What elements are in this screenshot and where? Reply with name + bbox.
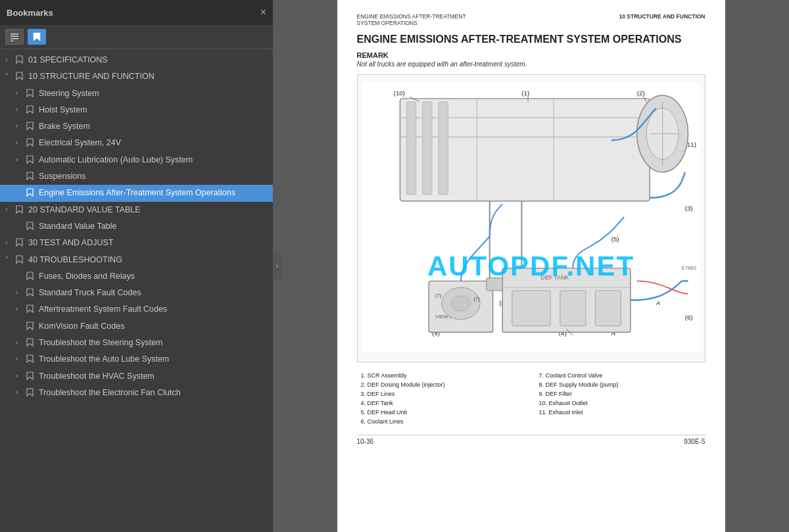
bookmark-icon-40-trouble — [16, 255, 25, 266]
bookmark-icon-40-ts-steering — [26, 338, 36, 349]
bookmark-icon-40-stdtruck — [26, 288, 36, 299]
bookmark-icon — [33, 32, 41, 41]
svg-rect-34 — [512, 291, 550, 326]
svg-text:(6): (6) — [684, 314, 692, 321]
close-button[interactable]: × — [260, 7, 266, 18]
tree-arrow-10-elec: › — [16, 138, 25, 147]
bookmark-view-button[interactable] — [28, 29, 46, 45]
sidebar-label-10-autolube: Automatic Lubrication (Auto Lube) System — [39, 155, 269, 165]
bookmark-icon-20-std-table — [26, 222, 36, 232]
tree-arrow-10-autolube: › — [16, 155, 25, 164]
expand-list-button[interactable] — [5, 29, 24, 45]
sidebar-item-10-brake[interactable]: ›Brake System — [0, 118, 273, 135]
sidebar-label-20-std: 20 STANDARD VALUE TABLE — [28, 205, 269, 215]
svg-rect-2 — [11, 38, 18, 39]
sidebar-item-40-ts-efan[interactable]: ›Troubleshoot the Electronic Fan Clutch — [0, 385, 273, 401]
svg-rect-3 — [11, 41, 13, 42]
svg-rect-36 — [595, 291, 621, 326]
sidebar-label-40-komvision: KomVision Fault Codes — [39, 321, 269, 331]
footer-left: 10-36 — [357, 438, 374, 445]
sidebar-label-01-specs: 01 SPECIFICATIONS — [28, 55, 269, 65]
legend-table: 1. SCR Assembly7. Coolant Control Valve2… — [357, 370, 705, 427]
tree-arrow-40-ts-efan: › — [16, 388, 25, 397]
tree-arrow-40-ts-autolube: › — [16, 354, 25, 363]
legend-row: 5. DEF Head Unit11. Exhaust Inlet — [358, 408, 704, 416]
bookmark-icon-01-specs — [16, 55, 25, 66]
sidebar-label-40-ts-hvac: Troubleshoot the HVAC System — [39, 371, 269, 381]
sidebar-label-40-ts-efan: Troubleshoot the Electronic Fan Clutch — [39, 387, 269, 398]
tree-arrow-01-specs: › — [5, 55, 14, 64]
sidebar-item-40-ts-steering[interactable]: ›Troubleshoot the Steering System — [0, 335, 273, 351]
collapse-sidebar-button[interactable]: ‹ — [273, 253, 282, 279]
legend-row: 1. SCR Assembly7. Coolant Control Valve — [358, 372, 704, 379]
sidebar-item-40-trouble[interactable]: ˅40 TROUBLESHOOTING — [0, 252, 273, 268]
sidebar-item-40-fuses[interactable]: Fuses, Diodes and Relays — [0, 268, 273, 285]
sidebar-item-10-elec[interactable]: ›Electrical System, 24V — [0, 135, 273, 151]
tree-arrow-30-test: › — [5, 238, 14, 247]
bookmark-icon-40-komvision — [26, 322, 36, 332]
sidebar-item-40-komvision[interactable]: KomVision Fault Codes — [0, 318, 273, 335]
svg-text:A: A — [655, 299, 659, 306]
tree-arrow-40-ts-steering: › — [16, 338, 25, 347]
sidebar-item-10-steering[interactable]: ›Steering System — [0, 85, 273, 102]
sidebar-label-40-trouble: 40 TROUBLESHOOTING — [28, 254, 269, 265]
sidebar-item-40-stdtruck[interactable]: ›Standard Truck Fault Codes — [0, 285, 273, 301]
sidebar-label-20-std-table: Standard Value Table — [39, 221, 269, 231]
svg-text:(2): (2) — [636, 89, 644, 97]
sidebar-title: Bookmarks — [7, 8, 53, 18]
sidebar-item-20-std-table[interactable]: Standard Value Table — [0, 218, 273, 235]
sidebar-item-10-suspensions[interactable]: Suspensions — [0, 168, 273, 185]
bookmark-icon-20-std — [16, 205, 25, 216]
footer-right: 930E-5 — [684, 438, 705, 445]
sidebar: Bookmarks × ›01 SPECIFICATIONS˅10 STRUCT… — [0, 0, 273, 532]
sidebar-label-40-aftertreat: Aftertreatment System Fault Codes — [39, 304, 269, 314]
svg-text:(5): (5) — [611, 235, 619, 243]
legend-row: 4. DEF Tank10. Exhaust Outlet — [358, 399, 704, 407]
sidebar-label-40-ts-steering: Troubleshoot the Steering System — [39, 337, 269, 348]
sidebar-label-30-test: 30 TEST AND ADJUST — [28, 237, 269, 248]
bookmark-icon-10-engine-emit — [26, 188, 36, 199]
legend-row: 2. DEF Dosing Module (injector)8. DEF Su… — [358, 381, 704, 389]
svg-text:(3): (3) — [684, 205, 692, 212]
bookmark-icon-10-hoist — [26, 105, 36, 116]
sidebar-item-01-specs[interactable]: ›01 SPECIFICATIONS — [0, 52, 273, 68]
sidebar-item-40-ts-autolube[interactable]: ›Troubleshoot the Auto Lube System — [0, 351, 273, 368]
sidebar-item-10-engine-emit[interactable]: Engine Emissions After-Treatment System … — [0, 185, 273, 201]
sidebar-item-40-ts-hvac[interactable]: ›Troubleshoot the HVAC System — [0, 368, 273, 385]
sidebar-item-40-aftertreat[interactable]: ›Aftertreatment System Fault Codes — [0, 301, 273, 318]
svg-text:(1): (1) — [521, 89, 529, 97]
sidebar-tree[interactable]: ›01 SPECIFICATIONS˅10 STRUCTURE AND FUNC… — [0, 49, 273, 532]
sidebar-label-10-steering: Steering System — [39, 88, 269, 99]
sidebar-item-30-test[interactable]: ›30 TEST AND ADJUST — [0, 235, 273, 251]
remark-label: REMARK — [357, 51, 705, 59]
sidebar-toolbar — [0, 25, 273, 49]
bookmark-icon-10-suspensions — [26, 172, 36, 182]
bookmark-icon-40-ts-hvac — [26, 372, 36, 382]
sidebar-item-20-std[interactable]: ›20 STANDARD VALUE TABLE — [0, 202, 273, 218]
tree-arrow-10-struct: ˅ — [5, 72, 14, 80]
sidebar-item-10-struct[interactable]: ˅10 STRUCTURE AND FUNCTION — [0, 68, 273, 85]
svg-rect-35 — [560, 291, 585, 326]
page-title: ENGINE EMISSIONS AFTER-TREATMENT SYSTEM … — [357, 33, 705, 46]
tree-arrow-40-ts-hvac: › — [16, 372, 25, 380]
bookmark-icon-10-brake — [26, 122, 36, 132]
bookmark-icon-40-fuses — [26, 272, 36, 282]
sidebar-item-10-autolube[interactable]: ›Automatic Lubrication (Auto Lube) Syste… — [0, 152, 273, 168]
svg-point-40 — [451, 296, 470, 311]
engine-diagram: (10) (1) (2) (11) (3) (5) (6) A (4) (8) — [362, 79, 701, 355]
main-content: AUTOPDF.NET ENGINE EMISSIONS AFTER-TREAT… — [273, 0, 789, 532]
sidebar-item-10-hoist[interactable]: ›Hoist System — [0, 102, 273, 118]
sidebar-label-10-brake: Brake System — [39, 121, 269, 132]
header-left: ENGINE EMISSIONS AFTER-TREATMENTSYSTEM O… — [357, 13, 466, 26]
header-right: 10 STRUCTURE AND FUNCTION — [619, 13, 705, 26]
sidebar-label-40-fuses: Fuses, Diodes and Relays — [39, 271, 269, 281]
bookmark-icon-10-struct — [16, 72, 25, 82]
bookmark-icon-10-autolube — [26, 155, 36, 166]
sidebar-label-40-ts-autolube: Troubleshoot the Auto Lube System — [39, 354, 269, 364]
svg-text:E7882: E7882 — [681, 265, 696, 271]
svg-rect-0 — [11, 34, 18, 35]
tree-arrow-10-hoist: › — [16, 105, 25, 114]
legend-row: 6. Coolant Lines — [358, 418, 704, 425]
svg-rect-23 — [406, 102, 416, 195]
svg-text:DEF TANK: DEF TANK — [540, 274, 569, 281]
